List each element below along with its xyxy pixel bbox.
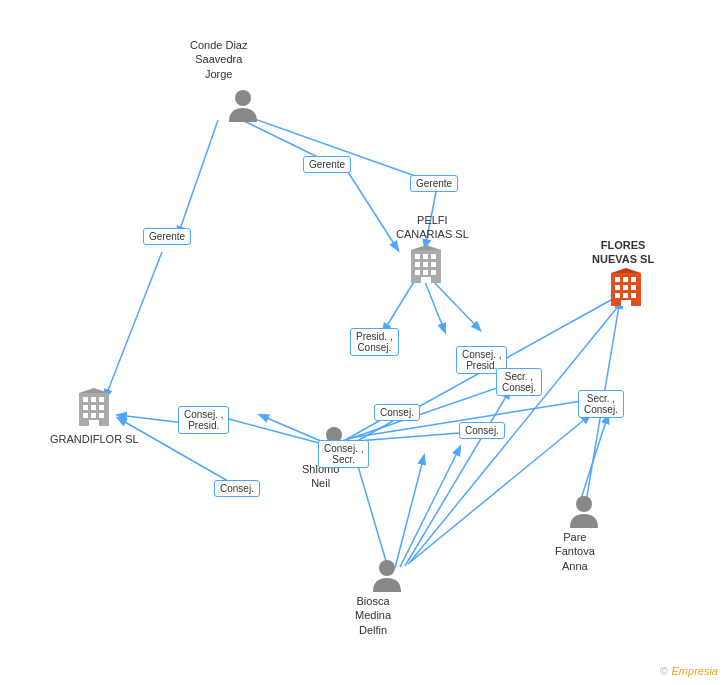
flores-building xyxy=(608,268,644,310)
svg-rect-54 xyxy=(99,397,104,402)
svg-rect-48 xyxy=(631,293,636,298)
svg-rect-53 xyxy=(91,397,96,402)
conde-person xyxy=(227,88,259,126)
secr-consej-badge-2: Secr. ,Consej. xyxy=(578,390,624,418)
svg-rect-42 xyxy=(631,277,636,282)
svg-rect-47 xyxy=(623,293,628,298)
svg-rect-60 xyxy=(99,413,104,418)
svg-rect-37 xyxy=(421,277,431,283)
gerente-badge-1: Gerente xyxy=(303,156,351,173)
consej-presid-badge-1: Consej. ,Presid. xyxy=(178,406,229,434)
svg-rect-52 xyxy=(83,397,88,402)
svg-line-8 xyxy=(432,280,480,330)
gerente-badge-3: Gerente xyxy=(143,228,191,245)
svg-line-6 xyxy=(383,280,415,332)
consej-badge-1: Consej. xyxy=(374,404,420,421)
secr-consej-badge-1: Secr. ,Consej. xyxy=(496,368,542,396)
svg-rect-30 xyxy=(431,254,436,259)
gerente-badge-2: Gerente xyxy=(410,175,458,192)
svg-line-2 xyxy=(178,120,218,235)
svg-line-20 xyxy=(405,390,510,566)
svg-point-65 xyxy=(576,496,592,512)
conde-label: Conde DiazSaavedraJorge xyxy=(190,38,247,81)
svg-rect-46 xyxy=(615,293,620,298)
svg-rect-31 xyxy=(415,262,420,267)
svg-rect-34 xyxy=(415,270,420,275)
svg-rect-49 xyxy=(621,300,631,306)
grandiflor-building xyxy=(76,388,112,430)
svg-point-26 xyxy=(235,90,251,106)
flores-label: FLORESNUEVAS SL xyxy=(592,238,654,267)
svg-line-3 xyxy=(105,252,162,398)
svg-point-64 xyxy=(379,560,395,576)
pare-label: PareFantovaAnna xyxy=(555,530,595,573)
consej-badge-3: Consej. xyxy=(214,480,260,497)
svg-marker-38 xyxy=(411,245,441,250)
svg-rect-59 xyxy=(91,413,96,418)
biosca-person xyxy=(371,558,403,596)
svg-rect-43 xyxy=(615,285,620,290)
grandiflor-label: GRANDIFLOR SL xyxy=(50,432,139,446)
svg-line-19 xyxy=(400,447,460,567)
pelfi-label: PELFICANARIAS SL xyxy=(396,213,469,242)
svg-rect-35 xyxy=(423,270,428,275)
biosca-label: BioscaMedinaDelfin xyxy=(355,594,391,637)
svg-rect-57 xyxy=(99,405,104,410)
watermark: © Empresia xyxy=(660,665,718,677)
svg-rect-41 xyxy=(623,277,628,282)
svg-rect-61 xyxy=(89,420,99,426)
svg-rect-58 xyxy=(83,413,88,418)
consej-secr-badge: Consej. ,Secr. xyxy=(318,440,369,468)
svg-marker-50 xyxy=(611,268,641,273)
svg-rect-45 xyxy=(631,285,636,290)
svg-rect-28 xyxy=(415,254,420,259)
consej-badge-2: Consej. xyxy=(459,422,505,439)
svg-rect-32 xyxy=(423,262,428,267)
svg-rect-40 xyxy=(615,277,620,282)
svg-line-17 xyxy=(355,456,388,568)
svg-rect-55 xyxy=(83,405,88,410)
svg-rect-29 xyxy=(423,254,428,259)
pare-person xyxy=(568,494,600,532)
svg-rect-33 xyxy=(431,262,436,267)
svg-rect-44 xyxy=(623,285,628,290)
pelfi-building xyxy=(408,245,444,287)
svg-line-5 xyxy=(348,172,398,250)
svg-rect-36 xyxy=(431,270,436,275)
presid-consej-badge-1: Presid. ,Consej. xyxy=(350,328,399,356)
svg-rect-56 xyxy=(91,405,96,410)
svg-marker-62 xyxy=(79,388,109,393)
